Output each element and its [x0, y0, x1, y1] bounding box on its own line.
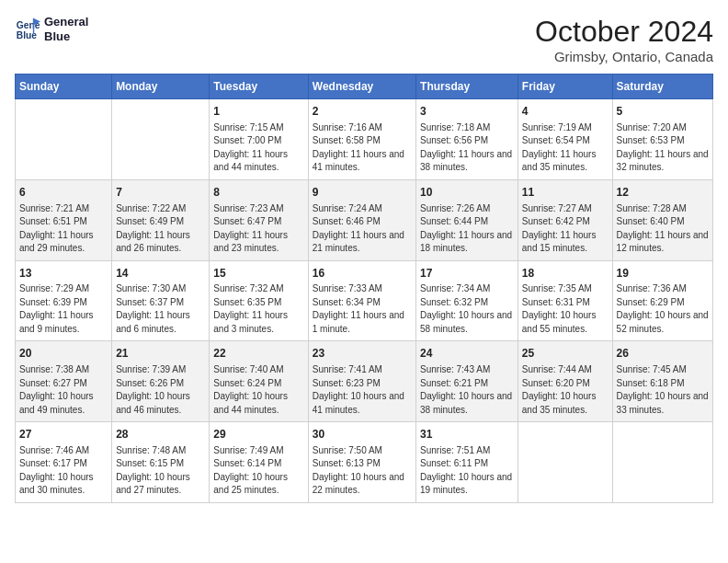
calendar-table: SundayMondayTuesdayWednesdayThursdayFrid…	[15, 74, 713, 503]
day-info: Sunrise: 7:15 AM Sunset: 7:00 PM Dayligh…	[213, 121, 303, 175]
column-header-friday: Friday	[518, 75, 612, 99]
column-header-thursday: Thursday	[416, 75, 518, 99]
day-number: 13	[19, 266, 108, 282]
day-info: Sunrise: 7:46 AM Sunset: 6:17 PM Dayligh…	[19, 444, 108, 498]
day-number: 4	[522, 104, 609, 120]
calendar-cell	[16, 99, 112, 180]
calendar-cell: 6Sunrise: 7:21 AM Sunset: 6:51 PM Daylig…	[16, 179, 112, 260]
day-number: 17	[420, 266, 514, 282]
day-number: 20	[19, 346, 108, 362]
calendar-cell: 15Sunrise: 7:32 AM Sunset: 6:35 PM Dayli…	[210, 260, 308, 341]
day-info: Sunrise: 7:16 AM Sunset: 6:58 PM Dayligh…	[313, 121, 412, 175]
day-number: 28	[116, 427, 205, 442]
day-info: Sunrise: 7:28 AM Sunset: 6:40 PM Dayligh…	[617, 202, 709, 256]
day-info: Sunrise: 7:48 AM Sunset: 6:15 PM Dayligh…	[116, 444, 205, 498]
logo-text-line1: General	[44, 15, 88, 29]
calendar-cell: 16Sunrise: 7:33 AM Sunset: 6:34 PM Dayli…	[308, 260, 415, 341]
day-number: 19	[617, 266, 709, 282]
day-info: Sunrise: 7:21 AM Sunset: 6:51 PM Dayligh…	[19, 202, 108, 256]
calendar-cell: 11Sunrise: 7:27 AM Sunset: 6:42 PM Dayli…	[518, 179, 612, 260]
logo-icon: General Blue	[15, 17, 40, 42]
day-info: Sunrise: 7:33 AM Sunset: 6:34 PM Dayligh…	[313, 282, 412, 336]
column-header-monday: Monday	[112, 75, 210, 99]
day-info: Sunrise: 7:24 AM Sunset: 6:46 PM Dayligh…	[313, 202, 412, 256]
column-header-saturday: Saturday	[612, 75, 712, 99]
calendar-cell	[612, 422, 712, 503]
day-number: 12	[617, 185, 709, 201]
day-number: 11	[522, 185, 609, 201]
week-row-4: 20Sunrise: 7:38 AM Sunset: 6:27 PM Dayli…	[16, 341, 713, 422]
calendar-cell: 13Sunrise: 7:29 AM Sunset: 6:39 PM Dayli…	[16, 260, 112, 341]
day-info: Sunrise: 7:35 AM Sunset: 6:31 PM Dayligh…	[522, 282, 609, 336]
calendar-cell: 30Sunrise: 7:50 AM Sunset: 6:13 PM Dayli…	[308, 422, 415, 503]
day-number: 7	[116, 185, 205, 201]
week-row-5: 27Sunrise: 7:46 AM Sunset: 6:17 PM Dayli…	[16, 422, 713, 503]
calendar-cell	[518, 422, 612, 503]
day-info: Sunrise: 7:22 AM Sunset: 6:49 PM Dayligh…	[116, 202, 205, 256]
day-info: Sunrise: 7:50 AM Sunset: 6:13 PM Dayligh…	[313, 444, 412, 498]
calendar-cell: 31Sunrise: 7:51 AM Sunset: 6:11 PM Dayli…	[416, 422, 518, 503]
calendar-cell: 2Sunrise: 7:16 AM Sunset: 6:58 PM Daylig…	[308, 99, 415, 180]
calendar-cell: 10Sunrise: 7:26 AM Sunset: 6:44 PM Dayli…	[416, 179, 518, 260]
calendar-cell: 9Sunrise: 7:24 AM Sunset: 6:46 PM Daylig…	[308, 179, 415, 260]
day-info: Sunrise: 7:29 AM Sunset: 6:39 PM Dayligh…	[19, 282, 108, 336]
day-number: 2	[313, 104, 412, 120]
day-number: 25	[522, 346, 609, 362]
day-number: 6	[19, 185, 108, 201]
calendar-cell: 19Sunrise: 7:36 AM Sunset: 6:29 PM Dayli…	[612, 260, 712, 341]
day-info: Sunrise: 7:45 AM Sunset: 6:18 PM Dayligh…	[617, 363, 709, 417]
day-info: Sunrise: 7:23 AM Sunset: 6:47 PM Dayligh…	[213, 202, 303, 256]
day-info: Sunrise: 7:38 AM Sunset: 6:27 PM Dayligh…	[19, 363, 108, 417]
main-title: October 2024	[535, 15, 713, 49]
calendar-cell: 28Sunrise: 7:48 AM Sunset: 6:15 PM Dayli…	[112, 422, 210, 503]
calendar-header-row: SundayMondayTuesdayWednesdayThursdayFrid…	[16, 75, 713, 99]
day-number: 1	[213, 104, 303, 120]
day-info: Sunrise: 7:19 AM Sunset: 6:54 PM Dayligh…	[522, 121, 609, 175]
day-info: Sunrise: 7:49 AM Sunset: 6:14 PM Dayligh…	[213, 444, 303, 498]
column-header-sunday: Sunday	[16, 75, 112, 99]
day-info: Sunrise: 7:18 AM Sunset: 6:56 PM Dayligh…	[420, 121, 514, 175]
calendar-cell: 23Sunrise: 7:41 AM Sunset: 6:23 PM Dayli…	[308, 341, 415, 422]
calendar-cell: 12Sunrise: 7:28 AM Sunset: 6:40 PM Dayli…	[612, 179, 712, 260]
day-number: 26	[617, 346, 709, 362]
day-info: Sunrise: 7:51 AM Sunset: 6:11 PM Dayligh…	[420, 444, 514, 498]
calendar-cell	[112, 99, 210, 180]
calendar-cell: 7Sunrise: 7:22 AM Sunset: 6:49 PM Daylig…	[112, 179, 210, 260]
logo-text-line2: Blue	[44, 29, 88, 44]
day-number: 14	[116, 266, 205, 282]
day-info: Sunrise: 7:30 AM Sunset: 6:37 PM Dayligh…	[116, 282, 205, 336]
logo: General Blue General Blue	[15, 15, 88, 43]
day-number: 31	[420, 427, 514, 442]
header: General Blue General Blue October 2024 G…	[15, 15, 713, 64]
calendar-cell: 24Sunrise: 7:43 AM Sunset: 6:21 PM Dayli…	[416, 341, 518, 422]
day-info: Sunrise: 7:27 AM Sunset: 6:42 PM Dayligh…	[522, 202, 609, 256]
calendar-cell: 27Sunrise: 7:46 AM Sunset: 6:17 PM Dayli…	[16, 422, 112, 503]
day-number: 8	[213, 185, 303, 201]
day-info: Sunrise: 7:20 AM Sunset: 6:53 PM Dayligh…	[617, 121, 709, 175]
day-number: 9	[313, 185, 412, 201]
calendar-cell: 21Sunrise: 7:39 AM Sunset: 6:26 PM Dayli…	[112, 341, 210, 422]
day-number: 29	[213, 427, 303, 442]
calendar-cell: 26Sunrise: 7:45 AM Sunset: 6:18 PM Dayli…	[612, 341, 712, 422]
day-number: 5	[617, 104, 709, 120]
calendar-cell: 18Sunrise: 7:35 AM Sunset: 6:31 PM Dayli…	[518, 260, 612, 341]
calendar-cell: 5Sunrise: 7:20 AM Sunset: 6:53 PM Daylig…	[612, 99, 712, 180]
day-number: 27	[19, 427, 108, 442]
day-info: Sunrise: 7:43 AM Sunset: 6:21 PM Dayligh…	[420, 363, 514, 417]
calendar-cell: 3Sunrise: 7:18 AM Sunset: 6:56 PM Daylig…	[416, 99, 518, 180]
day-number: 16	[313, 266, 412, 282]
day-number: 24	[420, 346, 514, 362]
calendar-cell: 22Sunrise: 7:40 AM Sunset: 6:24 PM Dayli…	[210, 341, 308, 422]
day-info: Sunrise: 7:39 AM Sunset: 6:26 PM Dayligh…	[116, 363, 205, 417]
day-info: Sunrise: 7:36 AM Sunset: 6:29 PM Dayligh…	[617, 282, 709, 336]
day-number: 21	[116, 346, 205, 362]
day-number: 23	[313, 346, 412, 362]
column-header-wednesday: Wednesday	[308, 75, 415, 99]
day-info: Sunrise: 7:41 AM Sunset: 6:23 PM Dayligh…	[313, 363, 412, 417]
week-row-1: 1Sunrise: 7:15 AM Sunset: 7:00 PM Daylig…	[16, 99, 713, 180]
day-number: 22	[213, 346, 303, 362]
calendar-cell: 17Sunrise: 7:34 AM Sunset: 6:32 PM Dayli…	[416, 260, 518, 341]
day-number: 10	[420, 185, 514, 201]
calendar-cell: 1Sunrise: 7:15 AM Sunset: 7:00 PM Daylig…	[210, 99, 308, 180]
calendar-cell: 4Sunrise: 7:19 AM Sunset: 6:54 PM Daylig…	[518, 99, 612, 180]
